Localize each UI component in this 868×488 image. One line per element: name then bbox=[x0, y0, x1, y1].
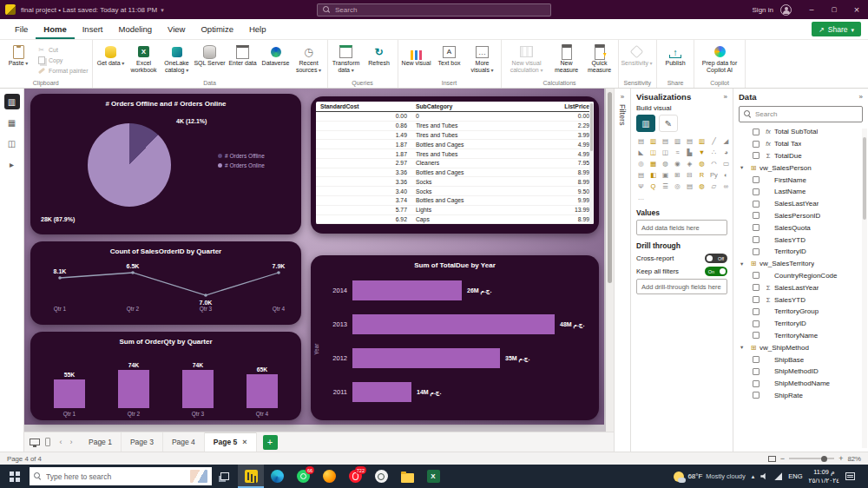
field-checkbox[interactable] bbox=[753, 308, 760, 315]
bar-chart-visual[interactable]: Sum of OrderQty by Quarter 55KQtr 174KQt… bbox=[30, 332, 301, 420]
viz-icon-map[interactable]: ◍ bbox=[660, 158, 671, 168]
viz-icon-q-and-a[interactable]: Q bbox=[648, 181, 659, 191]
viz-icon-ribbon-chart[interactable]: ≈ bbox=[672, 147, 683, 157]
viz-icon-line-and-stacked-column-chart[interactable]: ◫ bbox=[648, 147, 659, 157]
chevron-down-icon[interactable] bbox=[157, 5, 164, 14]
collapse-pane-icon[interactable] bbox=[724, 93, 727, 101]
table-column-listprice[interactable]: ListPrice bbox=[526, 102, 594, 112]
field-vw-salesterritory[interactable]: ⊞vw_SalesTerritory bbox=[733, 258, 868, 270]
maximize-button[interactable] bbox=[823, 0, 845, 19]
account-icon[interactable] bbox=[780, 4, 792, 16]
field-salespersonid[interactable]: SalesPersonID bbox=[733, 210, 868, 222]
taskbar-app-chatgpt[interactable] bbox=[368, 465, 394, 488]
taskbar-app-whatsapp[interactable]: 66 bbox=[290, 465, 316, 488]
values-field-well[interactable]: Add data fields here bbox=[636, 220, 727, 235]
table-row[interactable]: 3.40Socks9.50 bbox=[316, 187, 594, 196]
ribbon-button-new-visual[interactable]: New visual bbox=[400, 41, 433, 79]
pie-chart-visual[interactable]: # Orders Offline and # Orders Online 4K … bbox=[30, 94, 301, 234]
report-view-button[interactable]: ▥ bbox=[4, 94, 20, 109]
viz-icon-r-script-visual[interactable]: R bbox=[696, 169, 707, 180]
ribbon-button-transform-data[interactable]: Transform data bbox=[330, 41, 363, 79]
ribbon-button-onelake-catalog[interactable]: OneLake catalog bbox=[161, 41, 194, 79]
field-shipmethodname[interactable]: ShipMethodName bbox=[733, 378, 868, 390]
viz-icon-donut-chart[interactable]: ◎ bbox=[635, 158, 647, 168]
field-territorygroup[interactable]: TerritoryGroup bbox=[733, 306, 868, 318]
field-checkbox[interactable] bbox=[753, 201, 760, 208]
viz-icon-clustered-bar-chart[interactable]: ▤ bbox=[660, 135, 671, 146]
viz-icon-gauge[interactable]: ◠ bbox=[708, 158, 720, 168]
sign-in-button[interactable]: Sign in bbox=[753, 6, 773, 14]
zoom-in-button[interactable] bbox=[838, 454, 843, 463]
viz-icon-stacked-area-chart[interactable]: ◣ bbox=[635, 147, 647, 157]
field-checkbox[interactable] bbox=[753, 224, 760, 231]
search-highlight-thumbnail[interactable] bbox=[190, 470, 207, 483]
field-total-subtotal[interactable]: fxTotal SubTotal bbox=[733, 126, 868, 138]
taskbar-app-file-explorer[interactable] bbox=[394, 465, 420, 488]
field-totaldue[interactable]: ΣTotalDue bbox=[733, 150, 868, 162]
canvas-vertical-scrollbar[interactable] bbox=[606, 89, 614, 432]
volume-icon[interactable] bbox=[760, 472, 768, 480]
menu-insert[interactable]: Insert bbox=[75, 19, 111, 39]
viz-icon-power-apps[interactable]: ▱ bbox=[708, 181, 720, 191]
taskbar-clock[interactable]: 11:09 م ٢٥/١١/٢٠٢٤ bbox=[809, 468, 839, 484]
field-checkbox[interactable] bbox=[753, 380, 760, 387]
bar[interactable] bbox=[352, 348, 500, 368]
chevron-down-icon[interactable] bbox=[740, 164, 748, 171]
ribbon-button-text-box[interactable]: Text box bbox=[433, 41, 466, 79]
ribbon-button-sql-server[interactable]: SQL Server bbox=[194, 41, 227, 79]
language-indicator[interactable]: ENG bbox=[788, 472, 802, 480]
report-canvas[interactable]: # Orders Offline and # Orders Online 4K … bbox=[24, 89, 614, 432]
taskbar-search[interactable] bbox=[30, 467, 212, 485]
field-territoryname[interactable]: TerritoryName bbox=[733, 330, 868, 342]
field-checkbox[interactable] bbox=[753, 152, 760, 159]
start-button[interactable] bbox=[0, 465, 30, 488]
data-search-input[interactable] bbox=[755, 110, 858, 118]
field-checkbox[interactable] bbox=[753, 236, 760, 243]
ribbon-button-get-data[interactable]: Get data bbox=[95, 41, 128, 79]
field-saleslastyear[interactable]: ΣSalesLastYear bbox=[733, 281, 868, 293]
field-vw-shipmethod[interactable]: ⊞vw_ShipMethod bbox=[733, 341, 868, 353]
taskbar-app-firefox[interactable] bbox=[316, 465, 342, 488]
legend-item[interactable]: # Orders Online bbox=[218, 161, 294, 170]
viz-icon-funnel-chart[interactable]: ▼ bbox=[696, 147, 707, 157]
field-checkbox[interactable] bbox=[753, 332, 760, 339]
viz-icon-waterfall-chart[interactable]: ▙ bbox=[684, 147, 695, 157]
network-icon[interactable] bbox=[774, 472, 782, 480]
table-column-subcategory[interactable]: SubCategory bbox=[411, 102, 526, 112]
field-checkbox[interactable] bbox=[753, 284, 760, 291]
viz-icon-decomposition-tree[interactable]: Ψ bbox=[635, 181, 647, 191]
ribbon-button-cut[interactable]: Cut bbox=[36, 45, 89, 54]
filters-pane-collapsed[interactable]: Filters bbox=[614, 89, 630, 452]
field-checkbox[interactable] bbox=[753, 176, 760, 183]
ribbon-button-quick-measure[interactable]: Quick measure bbox=[583, 41, 616, 79]
viz-icon-paginated-report[interactable]: ▤ bbox=[684, 181, 695, 191]
field-shiprate[interactable]: ShipRate bbox=[733, 390, 868, 402]
ribbon-button-prep-data-for-copilot-ai[interactable]: Prep data for Copilot AI bbox=[696, 41, 743, 79]
zoom-out-button[interactable] bbox=[780, 454, 785, 463]
ribbon-button-refresh[interactable]: Refresh bbox=[363, 41, 396, 79]
viz-icon-clustered-column-chart[interactable]: ▥ bbox=[672, 135, 683, 146]
data-panel-scrollbar[interactable] bbox=[862, 129, 867, 448]
ribbon-button-format-painter[interactable]: Format painter bbox=[36, 66, 89, 75]
field-checkbox[interactable] bbox=[753, 248, 760, 255]
ribbon-button-recent-sources[interactable]: Recent sources bbox=[293, 41, 326, 79]
taskbar-app-excel[interactable] bbox=[420, 465, 446, 488]
pie-chart[interactable] bbox=[88, 123, 171, 207]
viz-icon-line-chart[interactable]: ╱ bbox=[708, 135, 720, 146]
viz-icon-shape-map[interactable]: ◈ bbox=[684, 158, 695, 168]
viz-icon-scatter-chart[interactable]: ∴ bbox=[708, 147, 720, 157]
viz-icon-table[interactable]: ⊞ bbox=[672, 169, 683, 180]
table-scrollbar[interactable] bbox=[589, 102, 594, 224]
field-checkbox[interactable] bbox=[753, 392, 760, 399]
menu-home[interactable]: Home bbox=[36, 19, 74, 39]
field-checkbox[interactable] bbox=[753, 129, 760, 135]
table-view-button[interactable]: ▦ bbox=[4, 115, 20, 130]
table-row[interactable]: 0.86Tires and Tubes2.29 bbox=[316, 121, 594, 130]
zoom-slider-thumb[interactable] bbox=[821, 456, 827, 462]
table-row[interactable]: 6.92Caps8.99 bbox=[316, 214, 594, 224]
data-search-box[interactable] bbox=[739, 106, 863, 122]
table-row[interactable]: 2.97Cleaners7.95 bbox=[316, 158, 594, 168]
field-checkbox[interactable] bbox=[753, 212, 760, 219]
taskbar-app-edge[interactable] bbox=[264, 465, 290, 488]
field-territoryid[interactable]: TerritoryID bbox=[733, 246, 868, 258]
